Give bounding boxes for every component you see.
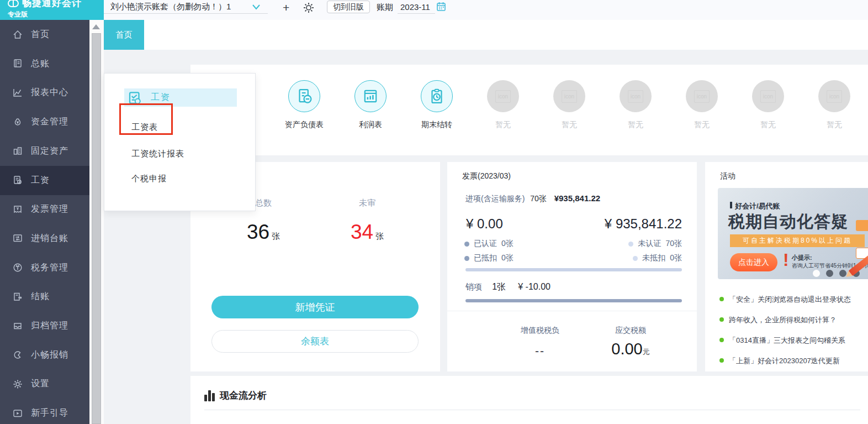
sidebar-item-label: 资金管理 <box>31 116 68 128</box>
sidebar-item-label: 固定资产 <box>31 145 68 157</box>
legend-dot <box>464 256 469 261</box>
sidebar-item-icon <box>12 204 23 215</box>
sidebar-item-icon <box>12 262 23 273</box>
sidebar-item-10[interactable]: 归档管理 <box>0 311 89 341</box>
sidebar-item-13[interactable]: 新手引导 <box>0 399 89 424</box>
news-item[interactable]: 「0314直播」三大报表之间勾稽关系 <box>719 336 868 346</box>
news-item[interactable]: 「上新」好会计20230207迭代更新 <box>719 356 868 366</box>
banner-subtitle: 可自主解决税期80%以上问题 <box>730 234 865 247</box>
add-account-icon[interactable]: + <box>283 1 289 14</box>
sidebar-item-9[interactable]: 结账 <box>0 282 89 311</box>
chevron-down-icon[interactable] <box>251 3 261 11</box>
sidebar-item-2[interactable]: 报表中心 <box>0 78 89 107</box>
salary-icon <box>126 90 143 106</box>
banner-cta-button[interactable]: 点击进入 <box>730 253 777 271</box>
invoice-card-title: 发票(2023/03) <box>462 171 511 181</box>
sidebar-item-label: 工资 <box>31 175 50 186</box>
sidebar-item-icon <box>12 349 23 360</box>
sidebar-item-icon <box>12 117 23 128</box>
legend-dot <box>633 256 638 261</box>
legend-undeducted: 未抵扣0张 <box>633 253 682 263</box>
switch-old-version-button[interactable]: 切到旧版 <box>327 1 370 13</box>
tab-home[interactable]: 首页 <box>104 20 144 50</box>
add-voucher-button[interactable]: 新增凭证 <box>211 296 419 318</box>
quick-link-income-statement[interactable]: 利润表 <box>340 80 401 130</box>
voucher-total-value: 36张 <box>219 221 308 244</box>
bar-chart-icon <box>204 390 215 401</box>
carousel-dot[interactable] <box>826 270 833 277</box>
banner-tagline: 好会计/易代账 <box>730 201 780 211</box>
sidebar-item-0[interactable]: 首页 <box>0 20 89 49</box>
vat-burden-value: -- <box>496 344 584 358</box>
scroll-up-arrow-icon[interactable] <box>92 24 100 29</box>
sidebar-item-icon <box>12 175 23 186</box>
sidebar-item-label: 结账 <box>31 291 50 302</box>
sidebar-item-icon <box>12 379 23 390</box>
tab-bar: 首页 <box>104 20 868 50</box>
legend-dot <box>628 242 633 247</box>
sidebar-item-6[interactable]: 发票管理 <box>0 195 89 224</box>
sidebar-item-4[interactable]: 固定资产 <box>0 137 89 166</box>
sidebar: 首页总账报表中心资金管理固定资产工资发票管理进销台账税务管理结账归档管理小畅报销… <box>0 20 89 424</box>
quick-link-placeholder: icon 暂无 <box>473 80 533 130</box>
gear-icon[interactable] <box>303 2 315 14</box>
brand-logo-icon <box>8 0 19 7</box>
legend-uncertified: 未认证70张 <box>628 239 682 249</box>
tax-due-label: 应交税额 <box>586 326 675 336</box>
quick-link-placeholder: icon 暂无 <box>605 80 666 130</box>
sidebar-item-label: 设置 <box>31 378 50 390</box>
banner-tag-decoration <box>856 220 868 231</box>
brand-edition: 专业版 <box>8 10 98 19</box>
period-value[interactable]: 2023-11 <box>400 2 430 12</box>
placeholder-icon: icon <box>760 90 776 103</box>
news-item[interactable]: 跨年收入，企业所得税如何计算？ <box>719 315 868 325</box>
carousel-dot-active[interactable] <box>813 270 820 277</box>
account-selector[interactable]: 刘小艳演示账套（勿删勿动！）1 <box>110 2 231 12</box>
uncertified-amount: ¥ 935,841.22 <box>605 216 682 232</box>
sidebar-scrollbar[interactable] <box>89 20 104 424</box>
sidebar-item-label: 进销台账 <box>31 233 68 244</box>
cashflow-analysis-card: 现金流分析 <box>190 376 868 424</box>
output-invoice-line: 销项 1张 ¥ -10.00 <box>465 281 551 293</box>
menu-item-personal-tax[interactable]: 个税申报 <box>131 174 167 184</box>
sidebar-item-8[interactable]: 税务管理 <box>0 253 89 282</box>
sidebar-item-11[interactable]: 小畅报销 <box>0 341 89 370</box>
quick-link-period-end-closing[interactable]: 期末结转 <box>406 80 467 130</box>
sidebar-item-12[interactable]: 设置 <box>0 369 89 399</box>
menu-item-salary-table[interactable]: 工资表 <box>131 122 158 133</box>
quick-link-balance-sheet[interactable]: 资产负债表 <box>274 80 335 130</box>
sidebar-item-icon <box>12 145 23 156</box>
placeholder-icon: icon <box>562 90 577 103</box>
legend-dot <box>464 242 469 247</box>
sidebar-item-label: 总账 <box>31 58 50 70</box>
sidebar-item-7[interactable]: 进销台账 <box>0 224 89 253</box>
quick-link-placeholder: icon 暂无 <box>539 80 600 130</box>
tax-due-value: 0.00元 <box>586 340 675 358</box>
placeholder-icon: icon <box>827 90 842 103</box>
menu-item-salary-report[interactable]: 工资统计报表 <box>131 149 184 159</box>
sidebar-item-icon <box>12 321 23 332</box>
sidebar-item-icon <box>12 291 23 302</box>
quick-link-placeholder: icon 暂无 <box>671 80 732 130</box>
quick-link-placeholder: icon 暂无 <box>804 80 865 130</box>
sidebar-item-label: 新手引导 <box>31 407 68 419</box>
bullet-icon <box>719 358 724 363</box>
sidebar-item-1[interactable]: 总账 <box>0 49 89 78</box>
promo-banner[interactable]: 好会计/易代账 税期自动化答疑 可自主解决税期80%以上问题 点击进入 ! 小提… <box>718 188 868 279</box>
news-item[interactable]: 「安全」关闭浏览器自动退出登录状态 <box>719 295 868 305</box>
sidebar-item-label: 归档管理 <box>31 320 68 332</box>
activity-card-title: 活动 <box>720 171 735 181</box>
calendar-icon[interactable] <box>436 2 446 12</box>
sidebar-item-label: 发票管理 <box>31 203 68 215</box>
input-invoice-line: 进项(含运输服务) 70张 ¥935,841.22 <box>465 193 600 204</box>
sidebar-item-5[interactable]: 工资 <box>0 166 89 195</box>
voucher-unaudited-label: 未审 <box>323 198 411 208</box>
balance-sheet-button[interactable]: 余额表 <box>211 330 419 353</box>
scrollbar-thumb[interactable] <box>92 33 101 424</box>
salary-submenu-header[interactable]: 工资 <box>124 88 237 107</box>
sidebar-item-label: 首页 <box>31 29 50 40</box>
divider <box>447 311 697 311</box>
legend-deducted: 已抵扣0张 <box>464 253 514 263</box>
sidebar-item-3[interactable]: 资金管理 <box>0 107 89 137</box>
brand-name: 畅捷通好会计 <box>22 0 82 9</box>
